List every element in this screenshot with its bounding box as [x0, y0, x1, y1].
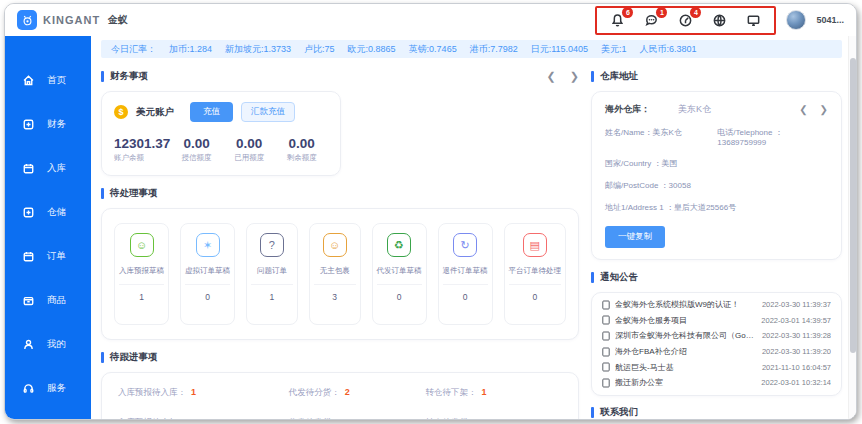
message-chat-icon[interactable]: 1: [643, 12, 660, 29]
brand-name-cn: 金蚁: [108, 13, 128, 27]
sidebar-item-orders[interactable]: 订单: [5, 234, 91, 278]
notice-item[interactable]: 海外仓FBA补仓介绍 2022-03-30 11:39:20: [602, 344, 831, 360]
notices-section-title: 通知公告: [600, 271, 638, 284]
smiley-icon: ☺: [323, 233, 347, 257]
sparkle-icon: ✶: [196, 233, 220, 257]
user-avatar[interactable]: [786, 10, 806, 30]
ant-logo-icon: [17, 10, 37, 30]
stat-remaining: 0.00 剩余额度: [275, 136, 328, 163]
user-icon: [22, 338, 35, 351]
notices-card: 金蚁海外仓系统模拟版W9的认证！ 2022-03-30 11:39:37 金蚁海…: [591, 292, 842, 396]
compass-badge: 4: [690, 7, 701, 18]
warehouse-value: 美东K仓: [678, 103, 711, 116]
header-icons-group: 6 1 4: [595, 6, 776, 35]
goods-box-icon: [22, 294, 35, 307]
sidebar-item-home[interactable]: 首页: [5, 58, 91, 102]
finance-section-title: 财务事项: [110, 70, 148, 83]
finance-next-arrow[interactable]: ❯: [570, 70, 579, 83]
warehouse-address1: 地址1/Address 1 ：皇后大道25566号: [605, 202, 736, 213]
followup-item: 转仓待下架：1: [425, 387, 562, 399]
doc-icon: [602, 300, 610, 310]
dollar-coin-icon: $: [114, 105, 128, 119]
pending-card-unclaimed-packages[interactable]: ☺ 无主包裹 3: [309, 223, 361, 325]
followup-item: 代发待分货：2: [289, 387, 426, 399]
pending-card-dropship-draft[interactable]: ♻ 代发订单草稿 0: [372, 223, 427, 325]
finance-prev-arrow[interactable]: ❮: [547, 70, 556, 83]
rates-label: 今日汇率：: [111, 43, 156, 56]
exchange-rate-bar: 今日汇率： 加币:1.284 新加坡元:1.3733 卢比:75 欧元:0.88…: [101, 40, 842, 58]
inbound-calendar-icon: [22, 162, 35, 175]
brand-logo[interactable]: KINGANT 金蚁: [17, 10, 128, 30]
stat-balance: 12301.37 账户余额: [114, 136, 170, 163]
warehouse-icon: [22, 206, 35, 219]
followup-section-title: 待跟进事项: [110, 351, 158, 364]
sidebar-item-service[interactable]: 服务: [5, 366, 91, 410]
pending-items-card: ☺ 入库预报草稿 1 ✶ 虚拟订单草稿 0 ? 问题订单 1: [101, 208, 579, 340]
rate-hkd: 港币:7.7982: [470, 43, 518, 56]
pending-card-problem-orders[interactable]: ? 问题订单 1: [246, 223, 298, 325]
rate-sgd: 新加坡元:1.3733: [225, 43, 291, 56]
warehouse-phone: 电话/Telephone ：13689759999: [717, 127, 828, 147]
globe-language-icon[interactable]: [711, 12, 728, 29]
rate-gbp: 英镑:0.7465: [409, 43, 457, 56]
followup-item: 代发待发货：0: [289, 417, 426, 420]
warehouse-label: 海外仓库：: [605, 103, 650, 116]
notice-item[interactable]: 金蚁海外仓系统模拟版W9的认证！ 2022-03-30 11:39:37: [602, 297, 831, 313]
brand-name: KINGANT: [43, 14, 100, 26]
sidebar-item-finance[interactable]: 财务: [5, 102, 91, 146]
recharge-button[interactable]: 充值: [190, 102, 233, 122]
robot-face-icon: ☺: [130, 233, 154, 257]
followup-item: 入库预报待上架：2: [118, 417, 289, 420]
warehouse-next-arrow[interactable]: ❯: [820, 104, 828, 115]
pending-card-inbound-draft[interactable]: ☺ 入库预报草稿 1: [114, 223, 169, 325]
main-content: 今日汇率： 加币:1.284 新加坡元:1.3733 卢比:75 欧元:0.88…: [91, 36, 856, 420]
followup-section-header: 待跟进事项: [101, 348, 579, 366]
warehouse-name: 姓名/Name：美东K仓: [605, 127, 717, 147]
followup-item: 入库预报待入库：1: [118, 387, 289, 399]
vertical-scrollbar[interactable]: [848, 36, 856, 420]
recycle-box-icon: ♻: [387, 233, 411, 257]
rate-cny: 人民币:6.3801: [640, 43, 697, 56]
pending-card-return-draft[interactable]: ↻ 退件订单草稿 0: [438, 223, 493, 325]
notice-item[interactable]: 金蚁海外仓服务项目 2022-03-01 14:39:57: [602, 313, 831, 329]
sidebar-item-mine[interactable]: 我的: [5, 322, 91, 366]
sidebar-item-inbound[interactable]: 入库: [5, 146, 91, 190]
followup-card: 入库预报待入库：1 代发待分货：2 转仓待下架：1 入库预报待上架：2 代发待发…: [101, 372, 579, 420]
warehouse-section-header: 仓库地址: [591, 67, 842, 85]
username-text[interactable]: 5041...: [816, 15, 844, 25]
warehouse-prev-arrow[interactable]: ❮: [799, 104, 807, 115]
scrollbar-thumb[interactable]: [850, 58, 856, 353]
pending-section-title: 待处理事项: [110, 187, 158, 200]
home-icon: [22, 74, 35, 87]
rate-inr: 卢比:75: [304, 43, 335, 56]
sidebar-item-warehouse[interactable]: 仓储: [5, 190, 91, 234]
stat-credit: 0.00 授信额度: [170, 136, 223, 163]
rate-eur: 欧元:0.8865: [348, 43, 396, 56]
rate-usd: 美元:1: [601, 43, 627, 56]
notice-item[interactable]: 深圳市金蚁海外仓科技有限公司（Golden ant LLC.） 2022-03-…: [602, 328, 831, 344]
sidebar-nav: 首页 财务 入库 仓储 订单 商品: [5, 36, 91, 420]
contact-section-title: 联系我们: [600, 406, 638, 419]
doc-icon: [602, 378, 610, 388]
monitor-screen-icon[interactable]: [745, 12, 762, 29]
warehouse-postcode: 邮编/PostCode ：30058: [605, 180, 691, 191]
app-window: KINGANT 金蚁 6 1 4: [4, 3, 857, 420]
remit-recharge-button[interactable]: 汇款充值: [241, 102, 295, 122]
copy-address-button[interactable]: 一键复制: [605, 226, 665, 248]
pending-section-header: 待处理事项: [101, 184, 579, 202]
warehouse-country: 国家/Country ：美国: [605, 158, 677, 169]
dashboard-compass-icon[interactable]: 4: [677, 12, 694, 29]
finance-icon: [22, 118, 35, 131]
document-icon: ▤: [523, 233, 547, 257]
pending-card-virtual-draft[interactable]: ✶ 虚拟订单草稿 0: [180, 223, 235, 325]
sidebar-item-goods[interactable]: 商品: [5, 278, 91, 322]
usd-account-card: $ 美元账户 充值 汇款充值 12301.37 账户余额 0.00: [101, 91, 341, 176]
pending-card-platform-orders[interactable]: ▤ 平台订单待处理 0: [504, 223, 567, 325]
account-name: 美元账户: [136, 106, 174, 119]
notice-item[interactable]: 搬迁新办公室 2022-03-01 10:32:14: [602, 375, 831, 391]
doc-icon: [602, 362, 610, 372]
notification-bell-icon[interactable]: 6: [609, 12, 626, 29]
rate-jpy: 日元:115.0405: [531, 43, 588, 56]
notice-item[interactable]: 航运巨头-马士基 2021-11-10 16:04:57: [602, 359, 831, 375]
doc-icon: [602, 315, 610, 325]
